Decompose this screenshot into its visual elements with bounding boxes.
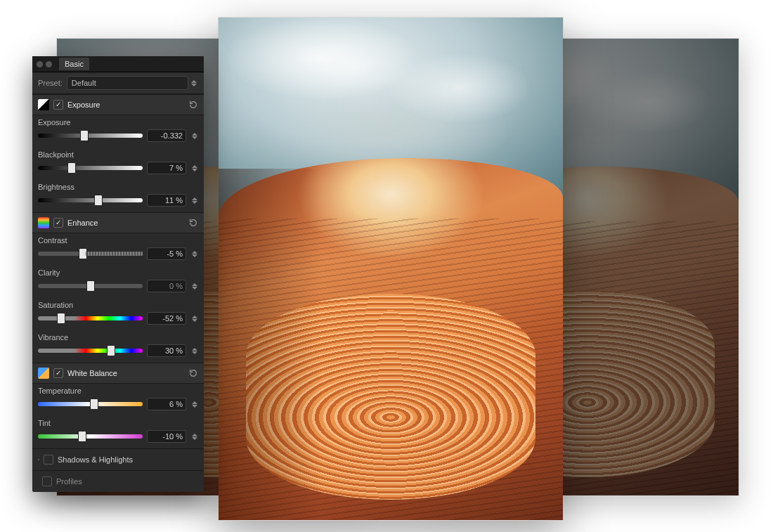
contrast-value[interactable]: -5 %	[147, 247, 186, 260]
preset-value: Default	[72, 79, 96, 87]
brightness-value[interactable]: 11 %	[147, 194, 186, 207]
exposure-value[interactable]: -0.332	[147, 129, 186, 142]
contrast-slider[interactable]	[38, 252, 143, 256]
param-clarity: Clarity 0 %	[32, 266, 204, 298]
param-label: Blackpoint	[38, 150, 198, 159]
enhance-icon	[38, 217, 49, 228]
value-stepper[interactable]	[192, 434, 198, 440]
section-shadows-highlights[interactable]: Shadows & Highlights	[32, 448, 204, 470]
blackpoint-value[interactable]: 7 %	[147, 162, 186, 174]
exposure-slider[interactable]	[38, 134, 143, 138]
brightness-slider[interactable]	[38, 198, 143, 202]
section-title: Enhance	[67, 219, 188, 227]
window-dot	[37, 61, 43, 67]
preset-row: Preset: Default	[32, 72, 204, 94]
value-stepper[interactable]	[192, 283, 198, 290]
param-label: Vibrance	[38, 333, 198, 342]
preset-label: Preset:	[38, 79, 63, 87]
param-temperature: Temperature 6 %	[32, 384, 204, 416]
param-label: Clarity	[38, 268, 198, 277]
reset-icon[interactable]	[188, 368, 198, 378]
section-exposure-header[interactable]: Exposure	[32, 94, 204, 115]
param-label: Tint	[38, 419, 198, 427]
exposure-icon	[38, 99, 49, 110]
vibrance-slider[interactable]	[38, 349, 143, 353]
value-stepper[interactable]	[192, 165, 198, 171]
param-label: Brightness	[38, 183, 198, 191]
blackpoint-slider[interactable]	[38, 166, 143, 170]
enhance-checkbox[interactable]	[53, 218, 63, 228]
section-whitebalance-header[interactable]: White Balance	[32, 363, 204, 384]
param-brightness: Brightness 11 %	[32, 180, 204, 212]
param-label: Exposure	[38, 118, 198, 126]
section-title: Shadows & Highlights	[58, 455, 133, 464]
shadows-highlights-checkbox[interactable]	[44, 455, 53, 465]
white-balance-icon	[38, 368, 49, 379]
saturation-value[interactable]: -52 %	[147, 312, 186, 325]
preset-stepper[interactable]	[191, 80, 198, 86]
param-label: Temperature	[38, 387, 198, 395]
vibrance-value[interactable]: 30 %	[147, 344, 186, 357]
temperature-slider[interactable]	[38, 402, 143, 406]
panel-titlebar[interactable]: Basic	[32, 56, 204, 72]
param-label: Contrast	[38, 236, 198, 245]
value-stepper[interactable]	[192, 133, 198, 139]
adjustments-panel: Basic Preset: Default Exposure Exposure	[32, 56, 204, 492]
profiles-checkbox[interactable]	[42, 476, 52, 486]
param-contrast: Contrast -5 %	[32, 233, 204, 266]
reset-icon[interactable]	[188, 218, 198, 228]
value-stepper[interactable]	[192, 348, 198, 354]
clarity-value[interactable]: 0 %	[147, 280, 186, 292]
main-image	[218, 17, 564, 521]
temperature-value[interactable]: 6 %	[147, 398, 186, 410]
param-label: Saturation	[38, 301, 198, 309]
saturation-slider[interactable]	[38, 316, 143, 320]
param-blackpoint: Blackpoint 7 %	[32, 148, 204, 180]
section-profiles[interactable]: Profiles	[32, 470, 204, 492]
tint-value[interactable]: -10 %	[147, 430, 186, 443]
section-enhance-header[interactable]: Enhance	[32, 212, 204, 233]
panel-tab-basic[interactable]: Basic	[59, 58, 89, 70]
clarity-slider[interactable]	[38, 284, 143, 288]
shadows-highlights-icon	[38, 459, 39, 460]
reset-icon[interactable]	[188, 100, 198, 110]
value-stepper[interactable]	[192, 316, 198, 322]
whitebalance-checkbox[interactable]	[53, 368, 63, 378]
param-saturation: Saturation -52 %	[32, 298, 204, 330]
section-title: Profiles	[56, 477, 82, 486]
preset-select[interactable]: Default	[67, 76, 188, 90]
section-title: Exposure	[67, 100, 188, 109]
section-title: White Balance	[67, 369, 188, 377]
param-tint: Tint -10 %	[32, 416, 204, 448]
value-stepper[interactable]	[192, 401, 198, 408]
param-vibrance: Vibrance 30 %	[32, 330, 204, 363]
tint-slider[interactable]	[38, 434, 143, 439]
window-dot	[46, 61, 52, 67]
param-exposure: Exposure -0.332	[32, 115, 204, 148]
value-stepper[interactable]	[192, 251, 198, 257]
value-stepper[interactable]	[192, 197, 198, 204]
exposure-checkbox[interactable]	[53, 100, 63, 110]
